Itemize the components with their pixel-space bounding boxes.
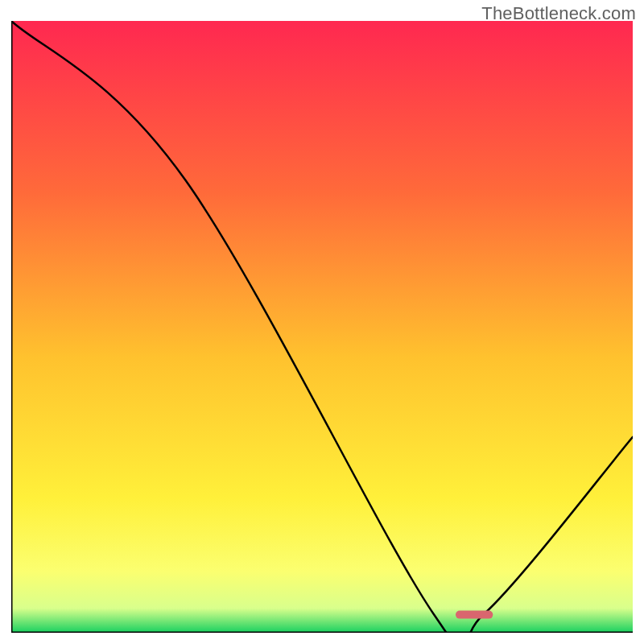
plot-svg (11, 21, 633, 633)
watermark-text: TheBottleneck.com (481, 3, 636, 24)
optimal-marker (456, 611, 493, 619)
bottleneck-plot (11, 21, 633, 633)
chart-frame: TheBottleneck.com (0, 0, 644, 644)
heat-background (11, 21, 633, 633)
